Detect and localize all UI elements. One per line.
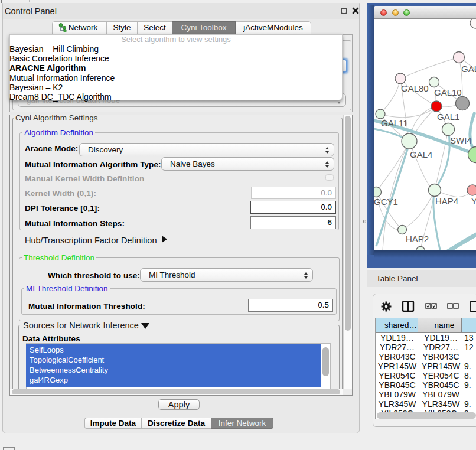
svg-text:Y: Y — [471, 196, 476, 206]
svg-text:GAL4: GAL4 — [410, 149, 432, 159]
svg-text:GAL: GAL — [461, 64, 476, 74]
svg-text:GAL1: GAL1 — [437, 112, 459, 122]
svg-text:GAL10: GAL10 — [434, 87, 462, 97]
svg-text:SWI4: SWI4 — [450, 135, 472, 145]
svg-text:HAP2: HAP2 — [406, 234, 429, 244]
svg-text:GAL80: GAL80 — [401, 83, 429, 93]
svg-text:HAP4: HAP4 — [435, 196, 458, 206]
svg-text:GAL11: GAL11 — [381, 118, 408, 128]
svg-text:GCY1: GCY1 — [374, 197, 398, 207]
